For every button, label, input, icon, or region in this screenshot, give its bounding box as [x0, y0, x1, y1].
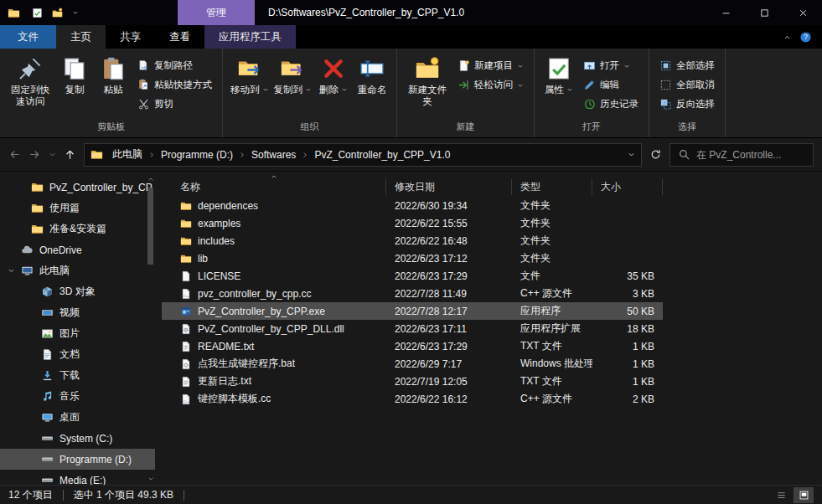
file-row[interactable]: C++pvz_controller_by_cpp.cc 2022/7/28 11… — [162, 285, 663, 302]
breadcrumb-item[interactable]: PvZ_Controller_by_CPP_V1.0 — [308, 149, 456, 161]
address-dropdown-icon[interactable] — [628, 151, 635, 158]
sidebar-item-setup-folder[interactable]: 准备&安装篇 — [0, 219, 155, 239]
file-row[interactable]: includes 2022/6/22 16:48 文件夹 — [162, 232, 663, 249]
new-folder-button[interactable]: 新建文件夹 — [402, 52, 452, 110]
address-box[interactable]: 此电脑Programme (D:)SoftwaresPvZ_Controller… — [84, 143, 642, 167]
open-button[interactable]: 打开 — [581, 58, 641, 74]
column-header-type[interactable]: 类型 — [512, 179, 592, 195]
sidebar-item-drive-e[interactable]: Media (E:) — [0, 470, 155, 485]
select-all-icon — [659, 59, 672, 72]
cut-icon — [137, 98, 150, 111]
address-folder-icon — [90, 148, 103, 161]
new-item-button[interactable]: 新建项目 — [455, 58, 526, 74]
edit-button[interactable]: 编辑 — [581, 77, 641, 93]
file-row[interactable]: dependences 2022/6/30 19:34 文件夹 — [162, 197, 663, 214]
sidebar-item-pvz-folder[interactable]: PvZ_Controller_by_CP — [0, 177, 155, 198]
qat-properties-icon[interactable] — [32, 8, 43, 18]
search-box[interactable] — [669, 143, 814, 167]
column-header-size[interactable]: 大小 — [592, 179, 663, 195]
pin-to-quick-access-button[interactable]: 固定到快速访问 — [5, 52, 55, 110]
sidebar-item-videos[interactable]: 视频 — [0, 302, 155, 323]
dropdown-caret-icon — [623, 63, 630, 69]
forward-button[interactable] — [28, 148, 41, 161]
sidebar-item-onedrive[interactable]: OneDrive — [0, 239, 155, 260]
easy-access-button[interactable]: 轻松访问 — [455, 77, 526, 93]
bat-icon — [180, 358, 192, 370]
maximize-button[interactable] — [745, 0, 783, 25]
scroll-up-icon[interactable] — [147, 176, 154, 183]
file-row[interactable]: lib 2022/6/23 17:12 文件夹 — [162, 249, 663, 267]
copy-to-label: 复制到 — [274, 84, 303, 95]
tab-home[interactable]: 主页 — [56, 25, 106, 49]
delete-button[interactable]: 删除 — [314, 52, 353, 97]
back-button[interactable] — [8, 148, 21, 161]
sidebar-item-drive-c[interactable]: System (C:) — [0, 428, 155, 449]
move-to-button[interactable]: 移动到 — [228, 52, 271, 97]
copy-to-button[interactable]: 复制到 — [271, 52, 315, 97]
file-type: 文件 — [512, 269, 592, 283]
file-size: 50 KB — [592, 306, 663, 317]
select-none-label: 全部取消 — [676, 79, 715, 91]
sort-ascending-icon — [271, 173, 277, 180]
sidebar-scrollbar[interactable] — [147, 176, 154, 482]
sidebar-item-usage-folder[interactable]: 使用篇 — [0, 198, 155, 219]
search-input[interactable] — [696, 149, 805, 161]
file-size: 3 KB — [592, 288, 663, 300]
copy-path-button[interactable]: 复制路径 — [135, 58, 215, 74]
close-button[interactable] — [783, 0, 822, 25]
select-all-button[interactable]: 全部选择 — [657, 58, 717, 74]
breadcrumb-item[interactable]: Programme (D:) — [155, 149, 239, 161]
help-icon[interactable]: ? — [799, 31, 812, 44]
file-row[interactable]: README.txt 2022/6/23 17:29 TXT 文件 1 KB — [162, 337, 663, 355]
large-icons-view-button[interactable] — [794, 487, 814, 503]
sidebar-item-music[interactable]: 音乐 — [0, 386, 155, 407]
sidebar-item-desktop[interactable]: 桌面 — [0, 407, 155, 428]
breadcrumb-item[interactable]: 此电脑 — [106, 147, 148, 162]
copy-path-icon — [137, 59, 150, 72]
rename-button[interactable]: 重命名 — [353, 52, 391, 97]
column-header-name[interactable]: 名称 — [162, 179, 386, 195]
column-header-date[interactable]: 修改日期 — [386, 179, 512, 195]
sidebar-item-downloads[interactable]: 下载 — [0, 365, 155, 386]
main-content: PvZ_Controller_by_CP 使用篇 准备&安装篇 OneDrive… — [0, 172, 822, 485]
qat-customize-chevron-icon[interactable] — [72, 9, 79, 16]
up-button[interactable] — [64, 148, 76, 161]
paste-label: 粘贴 — [104, 84, 123, 95]
history-button[interactable]: 历史记录 — [581, 96, 641, 112]
folder-icon — [180, 253, 192, 265]
minimize-ribbon-icon[interactable] — [783, 33, 791, 41]
select-none-button[interactable]: 全部取消 — [657, 77, 717, 93]
file-type: 文件夹 — [512, 198, 592, 213]
file-row[interactable]: 点我生成键控程序.bat 2022/6/29 7:17 Windows 批处理.… — [162, 355, 663, 373]
file-row[interactable]: C++键控脚本模板.cc 2022/6/22 16:12 C++ 源文件 2 K… — [162, 390, 663, 408]
invert-selection-button[interactable]: 反向选择 — [657, 96, 717, 112]
sidebar-item-this-pc[interactable]: 此电脑 — [0, 260, 155, 281]
details-view-button[interactable] — [771, 487, 791, 503]
qat-new-folder-icon[interactable] — [52, 8, 63, 18]
file-row[interactable]: LICENSE 2022/6/23 17:29 文件 35 KB — [162, 267, 663, 285]
sidebar-item-documents[interactable]: 文档 — [0, 344, 155, 365]
recent-locations-chevron-icon[interactable] — [49, 151, 56, 158]
tab-app-tools[interactable]: 应用程序工具 — [204, 25, 296, 49]
cut-button[interactable]: 剪切 — [135, 96, 215, 112]
breadcrumb-item[interactable]: Softwares — [246, 149, 302, 161]
properties-button[interactable]: 属性 — [540, 52, 578, 97]
file-row[interactable]: PvZ_Controller_by_CPP.exe 2022/7/28 12:1… — [162, 302, 663, 320]
tab-file[interactable]: 文件 — [0, 25, 56, 49]
tab-view[interactable]: 查看 — [155, 25, 204, 49]
file-row[interactable]: PvZ_Controller_by_CPP_DLL.dll 2022/6/23 … — [162, 320, 663, 337]
copy-button[interactable]: 复制 — [55, 52, 94, 97]
file-type: TXT 文件 — [512, 339, 592, 353]
file-row[interactable]: 更新日志.txt 2022/7/19 12:05 TXT 文件 1 KB — [162, 373, 663, 390]
minimize-button[interactable] — [706, 0, 745, 25]
tab-share[interactable]: 共享 — [106, 25, 155, 49]
sidebar-item-drive-d[interactable]: Programme (D:) — [0, 449, 155, 470]
scroll-down-icon[interactable] — [147, 476, 154, 482]
file-row[interactable]: examples 2022/6/22 15:55 文件夹 — [162, 214, 663, 232]
paste-button[interactable]: 粘贴 — [94, 52, 132, 97]
paste-shortcut-button[interactable]: 粘贴快捷方式 — [135, 77, 215, 93]
sidebar-item-pictures[interactable]: 图片 — [0, 323, 155, 344]
refresh-button[interactable] — [649, 148, 662, 161]
scrollbar-thumb[interactable] — [147, 188, 153, 265]
sidebar-item-3d-objects[interactable]: 3D 对象 — [0, 281, 155, 302]
